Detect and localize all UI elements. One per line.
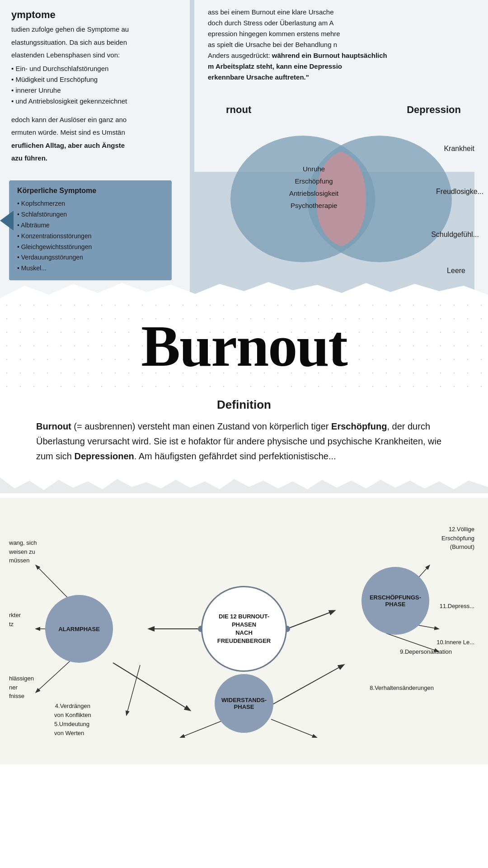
burnout-term: Burnout xyxy=(36,421,71,431)
label-9: 9.Depersonalisation xyxy=(400,647,452,656)
label-12: 12.VölligeErschöpfung(Burnout) xyxy=(441,525,474,552)
svg-line-3 xyxy=(287,611,334,629)
venn-burnout-label: rnout xyxy=(226,104,251,116)
center-line4: FREUDENBERGER xyxy=(217,637,271,645)
symptom-box-title: Körperliche Symptome xyxy=(17,187,164,195)
torn-separator xyxy=(0,477,488,493)
label-4: 4.Verdrängenvon Konflikten xyxy=(54,702,91,719)
svg-line-14 xyxy=(271,719,316,737)
list-item: Verdauungsstörungen xyxy=(17,252,164,263)
widerstand-label: WIDERSTANDS-PHASE xyxy=(221,697,267,710)
dep-freudlos: Freudlosigke... xyxy=(436,188,483,196)
alarm-label: ALARMPHASE xyxy=(58,626,100,632)
list-item: Schlafstörungen xyxy=(17,209,164,220)
venn-item: Erschöpfung xyxy=(289,175,338,187)
dep-krankheit: Krankheit xyxy=(444,145,474,153)
label-8: 8.Verhaltensänderungen xyxy=(370,684,434,693)
top-section: ymptome tudien zufolge gehen die Symptom… xyxy=(0,0,488,298)
dep-leere: Leere xyxy=(447,267,465,275)
center-circle: DIE 12 BURNOUT- PHASEN NACH FREUDENBERGE… xyxy=(201,586,287,672)
middle-section: Burnout xyxy=(0,298,488,398)
burnout-title: Burnout xyxy=(27,316,461,375)
bottom-section: DIE 12 BURNOUT- PHASEN NACH FREUDENBERGE… xyxy=(0,498,488,764)
dep-schuld: Schuldgefühl... xyxy=(431,231,479,239)
label-5: 5.Umdeutungvon Werten xyxy=(54,720,89,737)
erschoepfung-label: ERSCHÖPFUNGS-PHASE xyxy=(370,594,421,608)
svg-line-12 xyxy=(127,665,140,715)
left-bold2: azu führen. xyxy=(11,153,178,164)
label-zwang: wang, sichweisen zumüssen xyxy=(9,538,37,565)
label-rter: rktertz xyxy=(9,611,21,628)
phase-diagram: DIE 12 BURNOUT- PHASEN NACH FREUDENBERGE… xyxy=(0,511,488,746)
list-item: und Antriebslosigkeit gekennzeichnet xyxy=(11,96,178,107)
venn-center-text: Unruhe Erschöpfung Antriebslosigkeit Psy… xyxy=(289,163,338,212)
left-para1: tudien zufolge gehen die Symptome au xyxy=(11,24,178,35)
label-10: 10.Innere Le... xyxy=(436,638,474,647)
list-item: Gleichgewichtsstörungen xyxy=(17,242,164,253)
list-item: Ein- und Durchschlafstörungen xyxy=(11,63,178,74)
left-list: Ein- und Durchschlafstörungen Müdigkeit … xyxy=(11,63,178,107)
symptom-list: Kopfschmerzen Schlafstörungen Albträume … xyxy=(17,198,164,274)
venn-depression-label: Depression xyxy=(407,104,461,116)
venn-item: Antriebslosigkeit xyxy=(289,187,338,199)
center-line2: PHASEN xyxy=(217,621,271,629)
left-bold1: eruflichen Alltag, aber auch Ängste xyxy=(11,141,178,151)
left-para3: elastenden Lebensphasen sind von: xyxy=(11,50,178,61)
alarm-circle: ALARMPHASE xyxy=(45,595,113,663)
list-item: Kopfschmerzen xyxy=(17,198,164,209)
venn-circles-svg xyxy=(199,118,479,276)
widerstand-circle: WIDERSTANDS-PHASE xyxy=(215,674,273,733)
venn-diagram: rnout Depression Unruhe Erschöpfung Antr… xyxy=(190,99,488,289)
left-para2: elastungssituation. Da sich aus beiden xyxy=(11,38,178,48)
svg-line-13 xyxy=(181,719,226,737)
erschoepfung-term: Erschöpfung xyxy=(331,421,387,431)
center-circle-text: DIE 12 BURNOUT- PHASEN NACH FREUDENBERGE… xyxy=(217,613,271,646)
left-para4: edoch kann der Auslöser ein ganz ano xyxy=(11,115,178,125)
definition-heading: Definition xyxy=(36,398,452,412)
venn-item: Psychotherapie xyxy=(289,199,338,212)
venn-item: Unruhe xyxy=(289,163,338,175)
list-item: Muskel... xyxy=(17,263,164,274)
list-item: Müdigkeit und Erschöpfung xyxy=(11,74,178,85)
label-laessigen: hlässigennerfnisse xyxy=(9,674,34,701)
left-heading: ymptome xyxy=(11,9,178,21)
right-text: ass bei einem Burnout eine klare Ursache… xyxy=(208,7,477,83)
list-item: innerer Unruhe xyxy=(11,85,178,96)
arrow-left-icon xyxy=(0,211,14,231)
center-line3: NACH xyxy=(217,629,271,637)
list-item: Albträume xyxy=(17,220,164,231)
symptom-box: Körperliche Symptome Kopfschmerzen Schla… xyxy=(9,180,172,280)
definition-text: Burnout (= ausbrennen) versteht man eine… xyxy=(36,419,452,464)
left-para5: ermuten würde. Meist sind es Umstän xyxy=(11,127,178,138)
label-11: 11.Depress... xyxy=(440,602,474,611)
depression-term: Depressionen xyxy=(74,451,134,461)
center-line1: DIE 12 BURNOUT- xyxy=(217,613,271,621)
svg-line-4 xyxy=(113,663,190,710)
list-item: Konzentrationsstörungen xyxy=(17,231,164,242)
svg-line-5 xyxy=(262,665,343,710)
erschoepfung-circle: ERSCHÖPFUNGS-PHASE xyxy=(361,567,429,635)
definition-section: Definition Burnout (= ausbrennen) verste… xyxy=(0,398,488,473)
